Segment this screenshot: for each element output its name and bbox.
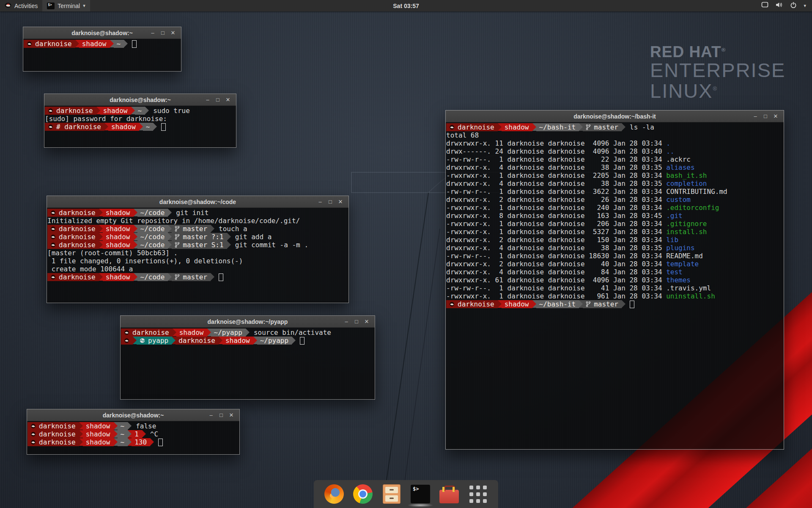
segment-label: master S:1	[183, 241, 223, 249]
prompt-line: darknoiseshadow~/codemaster S:1git commi…	[47, 241, 348, 249]
close-button[interactable]: ✕	[168, 30, 178, 36]
dock-item-files[interactable]	[381, 483, 402, 505]
segment-label: shadow	[106, 225, 130, 233]
segment-label: ~	[117, 40, 121, 48]
prompt-segment: ~	[118, 430, 128, 438]
prompt-segment: ~/code	[137, 209, 168, 217]
powerline-arrow-icon	[246, 329, 250, 336]
powerline-arrow-icon	[532, 300, 536, 308]
window-titlebar[interactable]: darknoise@shadow:~/code–□✕	[47, 196, 348, 208]
maximize-button[interactable]: □	[217, 412, 226, 418]
powerline-arrow-icon	[99, 241, 103, 248]
window-titlebar[interactable]: darknoise@shadow:~/bash-it–□✕	[446, 110, 784, 122]
system-tray[interactable]: ▾	[761, 0, 812, 11]
window-titlebar[interactable]: darknoise@shadow:~/pyapp–□✕	[121, 316, 375, 328]
file-name: install.sh	[666, 228, 707, 236]
dock-item-chrome[interactable]	[353, 483, 373, 505]
file-name: CONTRIBUTING.md	[666, 188, 727, 196]
prompt-segment: ~/code	[137, 233, 168, 241]
terminal-content[interactable]: darknoiseshadow~/pyappsource bin/activat…	[121, 328, 375, 399]
app-menu-terminal[interactable]: $> Terminal ▾	[42, 0, 90, 11]
powerline-arrow-icon	[207, 329, 211, 336]
maximize-button[interactable]: □	[213, 97, 222, 103]
powerline-arrow-icon	[168, 225, 172, 232]
segment-label: 1	[134, 430, 139, 438]
window-titlebar[interactable]: darknoise@shadow:~–□✕	[23, 27, 181, 39]
clock[interactable]: Sat 03:57	[393, 3, 419, 9]
file-name: bash_it.sh	[666, 171, 707, 179]
terminal-app-icon: $>	[47, 3, 55, 9]
segment-label: shadow	[106, 209, 130, 217]
segment-label: darknoise	[59, 225, 96, 233]
segment-label: darknoise	[59, 273, 96, 281]
segment-label: ~/code	[140, 233, 165, 241]
prompt-line: darknoiseshadow~1^C	[27, 430, 239, 438]
powerline-arrow-icon	[622, 300, 625, 308]
close-button[interactable]: ✕	[227, 412, 236, 418]
segment-label: darknoise	[178, 337, 215, 345]
minimize-button[interactable]: –	[751, 113, 760, 119]
maximize-button[interactable]: □	[326, 199, 335, 205]
dock-item-firefox[interactable]	[324, 483, 344, 505]
prompt-line: darknoiseshadow~/codemaster ?:1git add a	[47, 233, 348, 241]
prompt-line: darknoiseshadow~/codemaster	[47, 273, 348, 281]
prompt-segment: ~/bash-it	[536, 123, 579, 131]
maximize-button[interactable]: □	[352, 318, 361, 325]
redhat-icon	[30, 440, 36, 444]
prompt-segment: darknoise	[27, 422, 79, 430]
window-titlebar[interactable]: darknoise@shadow:~–□✕	[44, 94, 236, 106]
power-icon	[790, 2, 797, 10]
powerline-arrow-icon	[498, 123, 502, 131]
minimize-button[interactable]: –	[203, 97, 212, 103]
segment-label: darknoise	[35, 40, 72, 48]
prompt-segment: ~	[114, 40, 124, 48]
terminal-content[interactable]: darknoiseshadow~	[23, 39, 181, 71]
dock-item-app-grid[interactable]	[468, 483, 488, 505]
file-meta: -rw-rw-r--. 1 darknoise darknoise 18630 …	[446, 252, 666, 260]
dock-item-terminal[interactable]: $>	[410, 483, 431, 505]
minimize-button[interactable]: –	[206, 412, 216, 418]
terminal-content[interactable]: darknoiseshadow~/bash-itmasterls -latota…	[446, 122, 784, 449]
close-button[interactable]: ✕	[223, 97, 233, 103]
branch-icon	[586, 124, 591, 130]
powerline-arrow-icon	[75, 40, 79, 47]
prompt-segment	[121, 337, 133, 345]
powerline-arrow-icon	[139, 123, 143, 130]
prompt-segment: darknoise	[47, 233, 99, 241]
prompt-segment: master	[172, 225, 211, 233]
dock-item-toolbox[interactable]	[439, 483, 459, 505]
close-button[interactable]: ✕	[771, 113, 780, 119]
activities-button[interactable]: Activities	[0, 0, 42, 11]
powerline-arrow-icon	[622, 123, 625, 131]
minimize-button[interactable]: –	[148, 30, 157, 36]
prompt-segment: ~	[143, 123, 154, 131]
maximize-button[interactable]: □	[158, 30, 167, 36]
prompt-line: darknoiseshadow~130	[27, 438, 239, 446]
toolbox-icon	[439, 490, 459, 503]
segment-label: 130	[134, 438, 147, 446]
window-titlebar[interactable]: darknoise@shadow:~–□✕	[27, 409, 239, 421]
file-meta: -rw-rw-r--. 1 darknoise darknoise 41 Jan…	[446, 284, 666, 292]
prompt-segment: darknoise	[47, 225, 99, 233]
close-button[interactable]: ✕	[362, 318, 371, 325]
file-meta: drwxrwxr-x. 2 darknoise darknoise 26 Jan…	[446, 196, 666, 204]
file-list-row: -rwxrwxr-x. 1 darknoise darknoise 961 Ja…	[446, 292, 784, 300]
maximize-button[interactable]: □	[761, 113, 770, 119]
powerline-arrow-icon	[99, 273, 103, 281]
segment-label: shadow	[106, 233, 130, 241]
file-name: ..	[666, 147, 674, 155]
segment-label: ~/code	[140, 241, 165, 249]
terminal-content[interactable]: darknoiseshadow~sudo true[sudo] password…	[44, 106, 236, 147]
file-list-row: drwxrwxr-x. 2 darknoise darknoise 40 Jan…	[446, 260, 784, 268]
redhat-icon	[50, 275, 56, 279]
prompt-line: darknoiseshadow~false	[27, 422, 239, 430]
prompt-segment: ~	[118, 422, 128, 430]
close-button[interactable]: ✕	[336, 199, 345, 205]
prompt-segment: # darknoise	[45, 123, 104, 131]
terminal-content[interactable]: darknoiseshadow~/codegit initInitialized…	[47, 208, 348, 303]
prompt-segment: pyapp	[137, 337, 172, 345]
minimize-button[interactable]: –	[315, 199, 325, 205]
minimize-button[interactable]: –	[342, 318, 351, 325]
window-title: darknoise@shadow:~/pyapp	[121, 318, 375, 325]
terminal-content[interactable]: darknoiseshadow~falsedarknoiseshadow~1^C…	[27, 421, 239, 454]
